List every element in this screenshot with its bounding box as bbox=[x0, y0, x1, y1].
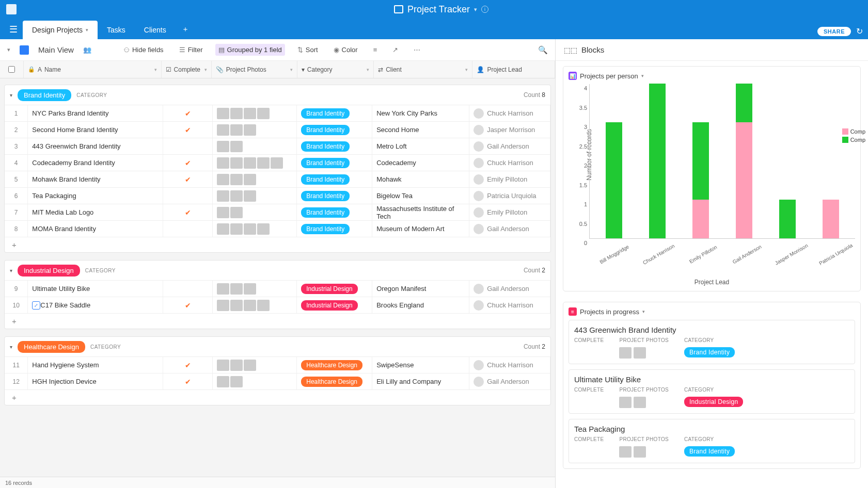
collaborators-icon[interactable]: 👥 bbox=[83, 46, 91, 54]
table-row[interactable]: 5 Mohawk Brand Identity ✔ Brand Identity… bbox=[5, 171, 550, 187]
cell-lead[interactable]: Emily Pilloton bbox=[469, 171, 550, 187]
cell-client[interactable]: New York City Parks bbox=[372, 105, 469, 121]
photo-thumbnail[interactable] bbox=[217, 207, 229, 218]
cell-name[interactable]: HGH Injection Device bbox=[28, 373, 163, 389]
cell-photos[interactable] bbox=[213, 297, 297, 313]
cell-category[interactable]: Healthcare Design bbox=[297, 357, 372, 373]
cell-photos[interactable] bbox=[213, 221, 297, 237]
table-row[interactable]: 9 Ultimate Utility Bike Industrial Desig… bbox=[5, 280, 550, 297]
cell-photos[interactable] bbox=[213, 122, 297, 138]
photo-thumbnail[interactable] bbox=[230, 174, 243, 185]
cell-name[interactable]: MOMA Brand Identity bbox=[28, 221, 163, 237]
photo-thumbnail[interactable] bbox=[244, 223, 256, 235]
photo-thumbnail[interactable] bbox=[217, 157, 229, 169]
photo-thumbnail[interactable] bbox=[244, 108, 256, 119]
photo-thumbnail[interactable] bbox=[244, 157, 256, 169]
progress-card[interactable]: 443 Greenwich Brand Identity COMPLETE PR… bbox=[569, 320, 855, 364]
tab-design-projects[interactable]: Design Projects▾ bbox=[23, 21, 98, 39]
bar-segment-complete[interactable] bbox=[779, 200, 796, 238]
cell-client[interactable]: Bigelow Tea bbox=[372, 188, 469, 204]
cell-complete[interactable]: ✔ bbox=[163, 155, 213, 171]
cell-complete[interactable]: ✔ bbox=[163, 204, 213, 220]
cell-lead[interactable]: Jasper Morrison bbox=[469, 122, 550, 138]
cell-lead[interactable]: Chuck Harrison bbox=[469, 297, 550, 313]
header-lead[interactable]: 👤Project Lead bbox=[472, 61, 555, 78]
cell-lead[interactable]: Gail Anderson bbox=[469, 221, 550, 237]
expand-record-icon[interactable]: ⤢ bbox=[32, 301, 40, 310]
add-row-button[interactable]: + bbox=[5, 313, 550, 329]
cell-client[interactable]: SwipeSense bbox=[372, 357, 469, 373]
cell-client[interactable]: Oregon Manifest bbox=[372, 281, 469, 297]
photo-thumbnail[interactable] bbox=[244, 300, 256, 311]
table-row[interactable]: 2 Second Home Brand Identity ✔ Brand Ide… bbox=[5, 121, 550, 138]
cell-name[interactable]: 443 Greenwich Brand Identity bbox=[28, 138, 163, 154]
header-category[interactable]: ▾Category▾ bbox=[297, 61, 374, 78]
table-row[interactable]: 11 Hand Hygiene System ✔ Healthcare Desi… bbox=[5, 356, 550, 373]
cell-lead[interactable]: Gail Anderson bbox=[469, 138, 550, 154]
photo-thumbnail[interactable] bbox=[244, 124, 256, 136]
photo-thumbnail[interactable] bbox=[230, 141, 243, 152]
chevron-down-icon[interactable]: ▾ bbox=[465, 67, 468, 72]
cell-photos[interactable] bbox=[213, 155, 297, 171]
bar-segment-complete[interactable] bbox=[606, 122, 622, 238]
photo-thumbnail[interactable] bbox=[230, 360, 243, 371]
table-row[interactable]: 1 NYC Parks Brand Identity ✔ Brand Ident… bbox=[5, 105, 550, 121]
cell-client[interactable]: Metro Loft bbox=[372, 138, 469, 154]
photo-thumbnail[interactable] bbox=[257, 300, 270, 311]
chevron-down-icon[interactable]: ▾ bbox=[290, 67, 293, 72]
chevron-down-icon[interactable]: ▾ bbox=[641, 73, 644, 78]
cell-category[interactable]: Brand Identity bbox=[297, 122, 372, 138]
group-collapse-icon[interactable]: ▾ bbox=[10, 344, 12, 350]
photo-thumbnail[interactable] bbox=[217, 300, 229, 311]
cell-photos[interactable] bbox=[213, 204, 297, 220]
photo-thumbnail[interactable] bbox=[217, 360, 229, 371]
tab-clients[interactable]: Clients bbox=[135, 21, 176, 39]
cell-name[interactable]: Tea Packaging bbox=[28, 188, 163, 204]
cell-complete[interactable] bbox=[163, 138, 213, 154]
photo-thumbnail[interactable] bbox=[217, 141, 229, 152]
cell-photos[interactable] bbox=[213, 138, 297, 154]
photo-thumbnail[interactable] bbox=[230, 124, 243, 136]
cell-complete[interactable] bbox=[163, 188, 213, 204]
chevron-down-icon[interactable]: ▾ bbox=[86, 27, 88, 32]
cell-lead[interactable]: Chuck Harrison bbox=[469, 357, 550, 373]
cell-category[interactable]: Industrial Design bbox=[297, 297, 372, 313]
photo-thumbnail[interactable] bbox=[230, 283, 243, 295]
cell-category[interactable]: Brand Identity bbox=[297, 138, 372, 154]
progress-card[interactable]: Ultimate Utility Bike COMPLETE PROJECT P… bbox=[569, 369, 855, 414]
header-photos[interactable]: 📎Project Photos▾ bbox=[212, 61, 297, 78]
cell-photos[interactable] bbox=[213, 357, 297, 373]
cell-complete[interactable]: ✔ bbox=[163, 122, 213, 138]
share-button[interactable]: SHARE bbox=[817, 27, 851, 36]
cell-name[interactable]: MIT Media Lab Logo bbox=[28, 204, 163, 220]
photo-thumbnail[interactable] bbox=[230, 108, 243, 119]
table-row[interactable]: 8 MOMA Brand Identity Brand Identity Mus… bbox=[5, 220, 550, 237]
photo-thumbnail[interactable] bbox=[217, 223, 229, 235]
filter-button[interactable]: ☰Filter bbox=[176, 44, 206, 56]
grid-body[interactable]: ▾ Brand Identity CATEGORY Count 81 NYC P… bbox=[0, 78, 555, 477]
list-block-title[interactable]: Projects in progress bbox=[580, 308, 639, 316]
table-row[interactable]: 4 Codecademy Brand Identity ✔ Brand Iden… bbox=[5, 154, 550, 171]
photo-thumbnail[interactable] bbox=[217, 174, 229, 185]
cell-client[interactable]: Brooks England bbox=[372, 297, 469, 313]
cell-name[interactable]: Mohawk Brand Identity bbox=[28, 171, 163, 187]
photo-thumbnail[interactable] bbox=[230, 376, 243, 387]
cell-lead[interactable]: Patricia Urquiola bbox=[469, 188, 550, 204]
cell-category[interactable]: Brand Identity bbox=[297, 221, 372, 237]
cell-complete[interactable] bbox=[163, 221, 213, 237]
table-row[interactable]: 6 Tea Packaging Brand Identity Bigelow T… bbox=[5, 187, 550, 204]
select-all-checkbox[interactable] bbox=[8, 66, 15, 73]
photo-thumbnail[interactable] bbox=[257, 223, 270, 235]
photo-thumbnail[interactable] bbox=[230, 207, 243, 218]
group-collapse-icon[interactable]: ▾ bbox=[10, 92, 12, 98]
cell-complete[interactable]: ✔ bbox=[163, 171, 213, 187]
chevron-down-icon[interactable]: ▾ bbox=[367, 67, 369, 72]
bar-segment-incomplete[interactable] bbox=[692, 200, 709, 238]
photo-thumbnail[interactable] bbox=[257, 108, 270, 119]
cell-client[interactable]: Museum of Modern Art bbox=[372, 221, 469, 237]
cell-complete[interactable]: ✔ bbox=[163, 105, 213, 121]
progress-card[interactable]: Tea Packaging COMPLETE PROJECT PHOTOS CA… bbox=[569, 419, 855, 463]
cell-client[interactable]: Massachusetts Institute of Tech bbox=[372, 204, 469, 220]
search-icon[interactable]: 🔍 bbox=[538, 45, 548, 55]
app-logo[interactable] bbox=[6, 4, 17, 14]
